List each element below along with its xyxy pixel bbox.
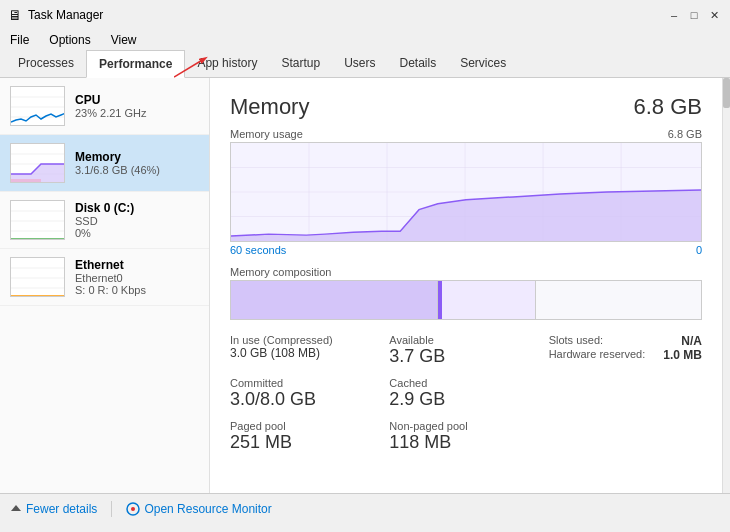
- tab-performance[interactable]: Performance: [86, 50, 185, 78]
- open-resource-monitor-button[interactable]: Open Resource Monitor: [126, 502, 271, 516]
- chart-label-row: Memory usage 6.8 GB: [230, 128, 702, 140]
- ethernet-adapter: Ethernet0: [75, 272, 199, 284]
- cpu-info: CPU 23% 2.21 GHz: [75, 93, 199, 119]
- svg-rect-12: [11, 201, 65, 240]
- disk-label: Disk 0 (C:): [75, 201, 199, 215]
- hw-reserved-row: Hardware reserved: 1.0 MB: [549, 348, 702, 362]
- cpu-sparkline-chart: [11, 87, 65, 126]
- sidebar-item-cpu[interactable]: CPU 23% 2.21 GHz: [0, 78, 209, 135]
- time-label-right: 0: [696, 244, 702, 256]
- sidebar-item-disk[interactable]: Disk 0 (C:) SSD 0%: [0, 192, 209, 249]
- tab-processes[interactable]: Processes: [6, 50, 86, 77]
- svg-rect-11: [11, 179, 41, 183]
- usage-label: Memory usage: [230, 128, 303, 140]
- in-use-label: In use (Compressed): [230, 334, 383, 346]
- cpu-label: CPU: [75, 93, 199, 107]
- memory-subtitle: 3.1/6.8 GB (46%): [75, 164, 199, 176]
- title-bar-left: 🖥 Task Manager: [8, 7, 103, 23]
- composition-standby: [442, 281, 536, 319]
- scrollbar[interactable]: [722, 78, 730, 493]
- footer-divider: [111, 501, 112, 517]
- title-bar-controls: – □ ✕: [666, 7, 722, 23]
- slots-row: Slots used: N/A: [549, 334, 702, 348]
- hw-reserved-label: Hardware reserved:: [549, 348, 646, 362]
- content-area: CPU 23% 2.21 GHz Me: [0, 78, 730, 493]
- ethernet-label: Ethernet: [75, 258, 199, 272]
- memory-info: Memory 3.1/6.8 GB (46%): [75, 150, 199, 176]
- disk-mini-chart: [11, 201, 65, 240]
- memory-composition-chart: [230, 280, 702, 320]
- svg-point-32: [131, 507, 135, 511]
- tab-users[interactable]: Users: [332, 50, 387, 77]
- composition-free: [536, 281, 701, 319]
- memory-thumbnail: [10, 143, 65, 183]
- time-label-left: 60 seconds: [230, 244, 286, 256]
- maximize-button[interactable]: □: [686, 7, 702, 23]
- svg-rect-2: [11, 87, 65, 126]
- cpu-thumbnail: [10, 86, 65, 126]
- menu-bar: File Options View: [0, 30, 730, 50]
- tab-services[interactable]: Services: [448, 50, 518, 77]
- paged-label: Paged pool: [230, 420, 383, 432]
- sidebar-item-ethernet[interactable]: Ethernet Ethernet0 S: 0 R: 0 Kbps: [0, 249, 209, 306]
- available-value: 3.7 GB: [389, 346, 542, 367]
- main-header: Memory 6.8 GB: [230, 94, 702, 120]
- stat-nonpaged: Non-paged pool 118 MB: [389, 420, 542, 453]
- chevron-up-icon: [10, 503, 22, 515]
- memory-label: Memory: [75, 150, 199, 164]
- window-title: Task Manager: [28, 8, 103, 22]
- total-memory-value: 6.8 GB: [634, 94, 702, 120]
- close-button[interactable]: ✕: [706, 7, 722, 23]
- tab-app-history[interactable]: App history: [185, 50, 269, 77]
- memory-usage-chart: [230, 142, 702, 242]
- title-bar: 🖥 Task Manager – □ ✕: [0, 0, 730, 30]
- nonpaged-label: Non-paged pool: [389, 420, 542, 432]
- cpu-subtitle: 23% 2.21 GHz: [75, 107, 199, 119]
- open-resource-label: Open Resource Monitor: [144, 502, 271, 516]
- usage-max: 6.8 GB: [668, 128, 702, 140]
- nonpaged-value: 118 MB: [389, 432, 542, 453]
- slots-label: Slots used:: [549, 334, 603, 348]
- main-panel: Memory 6.8 GB Memory usage 6.8 GB: [210, 78, 722, 493]
- stat-committed: Committed 3.0/8.0 GB: [230, 377, 383, 410]
- menu-view[interactable]: View: [107, 32, 141, 48]
- disk-usage: 0%: [75, 227, 199, 239]
- composition-section: Memory composition: [230, 266, 702, 320]
- svg-marker-30: [11, 505, 21, 511]
- disk-type: SSD: [75, 215, 199, 227]
- composition-in-use: [231, 281, 438, 319]
- cached-value: 2.9 GB: [389, 389, 542, 410]
- tab-details[interactable]: Details: [387, 50, 448, 77]
- stat-empty: [549, 377, 702, 410]
- ethernet-speed: S: 0 R: 0 Kbps: [75, 284, 199, 296]
- disk-thumbnail: [10, 200, 65, 240]
- fewer-details-button[interactable]: Fewer details: [10, 502, 97, 516]
- slots-value: N/A: [681, 334, 702, 348]
- usage-chart-section: Memory usage 6.8 GB: [230, 128, 702, 256]
- available-label: Available: [389, 334, 542, 346]
- scrollbar-thumb[interactable]: [723, 78, 730, 108]
- menu-options[interactable]: Options: [45, 32, 94, 48]
- disk-info: Disk 0 (C:) SSD 0%: [75, 201, 199, 239]
- minimize-button[interactable]: –: [666, 7, 682, 23]
- ethernet-mini-chart: [11, 258, 65, 297]
- stat-paged: Paged pool 251 MB: [230, 420, 383, 453]
- stat-in-use: In use (Compressed) 3.0 GB (108 MB): [230, 334, 383, 367]
- sidebar: CPU 23% 2.21 GHz Me: [0, 78, 210, 493]
- in-use-value: 3.0 GB (108 MB): [230, 346, 383, 360]
- fewer-details-label: Fewer details: [26, 502, 97, 516]
- tab-bar: Processes Performance App history Startu…: [0, 50, 730, 78]
- menu-file[interactable]: File: [6, 32, 33, 48]
- stat-slots: Slots used: N/A Hardware reserved: 1.0 M…: [549, 334, 702, 367]
- main-title: Memory: [230, 94, 309, 120]
- chart-time-row: 60 seconds 0: [230, 244, 702, 256]
- resource-monitor-icon: [126, 502, 140, 516]
- paged-value: 251 MB: [230, 432, 383, 453]
- hw-reserved-value: 1.0 MB: [663, 348, 702, 362]
- sidebar-item-memory[interactable]: Memory 3.1/6.8 GB (46%): [0, 135, 209, 192]
- tab-startup[interactable]: Startup: [269, 50, 332, 77]
- ethernet-info: Ethernet Ethernet0 S: 0 R: 0 Kbps: [75, 258, 199, 296]
- stats-grid: In use (Compressed) 3.0 GB (108 MB) Avai…: [230, 334, 702, 453]
- committed-value: 3.0/8.0 GB: [230, 389, 383, 410]
- footer: Fewer details Open Resource Monitor: [0, 493, 730, 523]
